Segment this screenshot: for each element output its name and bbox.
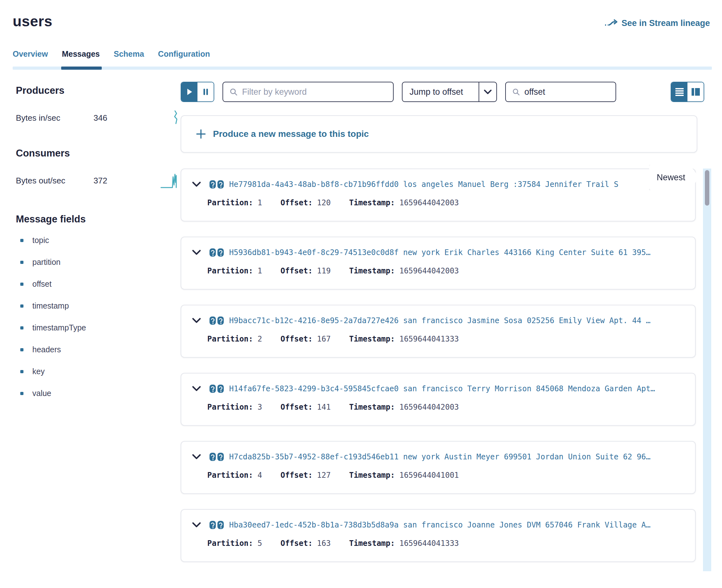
topic-page: users See in Stream lineage Overview Mes… xyxy=(0,0,722,588)
newest-tooltip: Newest xyxy=(649,165,699,190)
offset-input[interactable] xyxy=(524,87,609,97)
serde-unknown-icon xyxy=(209,453,216,461)
pause-button[interactable] xyxy=(198,82,214,101)
message-row[interactable]: H7cda825b-35b7-4952-88ef-c193d546eb11 ne… xyxy=(181,441,696,494)
expand-chevron-icon[interactable] xyxy=(192,522,201,528)
serde-unknown-icon xyxy=(209,384,216,393)
serde-unknown-icons xyxy=(209,453,224,461)
scrollbar-thumb[interactable] xyxy=(705,170,709,206)
partition-label: Partition: xyxy=(207,471,253,480)
bytes-in-label: Bytes in/sec xyxy=(16,113,94,123)
serde-unknown-icon xyxy=(217,453,224,461)
field-item-partition[interactable]: partition xyxy=(16,251,178,273)
message-list: Newest He77981da-4a43-48ab-b8f8-cb71b96f… xyxy=(181,169,722,562)
play-button[interactable] xyxy=(181,82,198,101)
timestamp-value: 1659644042003 xyxy=(399,403,459,412)
pause-icon xyxy=(203,88,209,96)
offset-value: 167 xyxy=(317,335,331,343)
expand-chevron-icon[interactable] xyxy=(192,250,201,255)
field-item-value[interactable]: value xyxy=(16,382,178,404)
view-mode-toggle xyxy=(671,82,704,102)
message-row[interactable]: H5936db81-b943-4e0f-8c29-74513e0c0d8f ne… xyxy=(181,237,696,290)
offset-label: Offset: xyxy=(281,471,312,480)
serde-unknown-icon xyxy=(217,316,224,325)
offset-value: 163 xyxy=(317,539,331,548)
serde-unknown-icon xyxy=(209,248,216,257)
serde-unknown-icon xyxy=(217,521,224,529)
offset-label: Offset: xyxy=(281,198,312,207)
produce-message-button[interactable]: Produce a new message to this topic xyxy=(181,115,697,153)
serde-unknown-icon xyxy=(209,521,216,529)
topic-tabs: Overview Messages Schema Configuration xyxy=(13,49,722,70)
filter-input-box xyxy=(223,82,394,102)
timestamp-label: Timestamp: xyxy=(349,403,395,412)
expand-chevron-icon[interactable] xyxy=(192,454,201,460)
offset-value: 119 xyxy=(317,267,331,275)
select-divider xyxy=(479,82,496,101)
offset-label: Offset: xyxy=(281,539,312,548)
offset-label: Offset: xyxy=(281,267,312,275)
serde-unknown-icon xyxy=(217,384,224,393)
field-item-timestampType[interactable]: timestampType xyxy=(16,317,178,339)
tab-messages[interactable]: Messages xyxy=(62,49,100,70)
field-item-topic[interactable]: topic xyxy=(16,229,178,251)
expand-chevron-icon[interactable] xyxy=(192,182,201,187)
partition-label: Partition: xyxy=(207,539,253,548)
tab-underline-track xyxy=(13,66,712,70)
offset-value: 120 xyxy=(317,198,331,207)
message-row[interactable]: H14fa67fe-5823-4299-b3c4-595845cfcae0 sa… xyxy=(181,373,696,426)
partition-value: 2 xyxy=(258,335,262,343)
column-view-button[interactable] xyxy=(687,82,704,101)
list-view-button[interactable] xyxy=(671,82,687,101)
bytes-in-sparkline xyxy=(173,110,179,126)
list-view-icon xyxy=(675,87,684,96)
partition-value: 1 xyxy=(258,267,262,275)
serde-unknown-icon xyxy=(209,316,216,325)
play-pause-toggle xyxy=(181,82,214,102)
field-item-headers[interactable]: headers xyxy=(16,339,178,360)
serde-unknown-icons xyxy=(209,521,224,529)
timestamp-label: Timestamp: xyxy=(349,539,395,548)
stream-lineage-link[interactable]: See in Stream lineage xyxy=(604,18,710,28)
message-row[interactable]: Hba30eed7-1edc-452b-8b1a-738d3b5d8a9a sa… xyxy=(181,509,696,562)
message-key-value: H5936db81-b943-4e0f-8c29-74513e0c0d8f ne… xyxy=(229,248,651,257)
partition-value: 1 xyxy=(258,198,262,207)
play-icon xyxy=(186,88,193,96)
lineage-arrow-icon xyxy=(604,19,618,28)
partition-value: 4 xyxy=(258,471,262,480)
filter-input[interactable] xyxy=(242,87,387,97)
expand-chevron-icon[interactable] xyxy=(192,318,201,323)
chevron-down-icon xyxy=(484,89,492,94)
expand-chevron-icon[interactable] xyxy=(192,386,201,392)
message-row[interactable]: He77981da-4a43-48ab-b8f8-cb71b96ffdd0 lo… xyxy=(181,169,696,222)
partition-label: Partition: xyxy=(207,198,253,207)
message-row[interactable]: H9bacc71c-b12c-4216-8e95-2a7da727e426 sa… xyxy=(181,305,696,358)
field-bullet-icon xyxy=(20,392,23,395)
newest-tooltip-label: Newest xyxy=(657,173,685,183)
field-item-key[interactable]: key xyxy=(16,360,178,382)
search-icon xyxy=(512,87,520,96)
scrollbar-track[interactable] xyxy=(703,169,711,571)
bytes-in-value: 346 xyxy=(94,113,107,123)
partition-label: Partition: xyxy=(207,335,253,343)
bytes-out-metric: Bytes out/sec 372 xyxy=(16,172,178,189)
consumers-heading: Consumers xyxy=(16,148,178,159)
timestamp-value: 1659644041333 xyxy=(399,539,459,548)
bytes-in-metric: Bytes in/sec 346 xyxy=(16,110,178,126)
field-item-offset[interactable]: offset xyxy=(16,273,178,295)
field-item-timestamp[interactable]: timestamp xyxy=(16,295,178,317)
jump-to-select[interactable]: Jump to offset xyxy=(402,82,497,102)
serde-unknown-icon xyxy=(209,180,216,189)
messages-toolbar: Jump to offset xyxy=(181,82,722,102)
field-bullet-icon xyxy=(20,282,23,286)
serde-unknown-icons xyxy=(209,248,224,257)
message-fields-list: topic partition offset timestamp timesta… xyxy=(16,229,178,404)
timestamp-value: 1659644042003 xyxy=(399,267,459,275)
offset-label: Offset: xyxy=(281,335,312,343)
plus-icon xyxy=(196,129,206,139)
timestamp-label: Timestamp: xyxy=(349,471,395,480)
message-key-value: H9bacc71c-b12c-4216-8e95-2a7da727e426 sa… xyxy=(229,316,651,325)
lineage-link-label: See in Stream lineage xyxy=(621,18,710,28)
timestamp-value: 1659644041333 xyxy=(399,335,459,343)
partition-label: Partition: xyxy=(207,267,253,275)
